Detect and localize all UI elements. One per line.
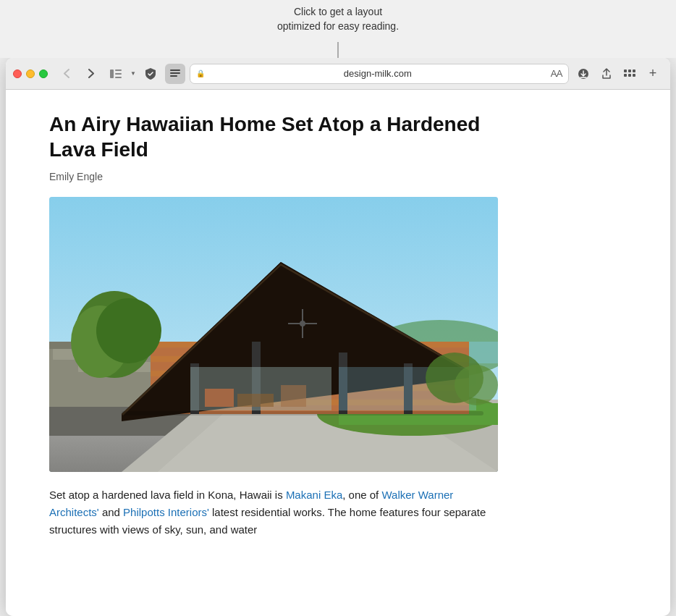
svg-rect-10 xyxy=(633,69,635,72)
lock-icon: 🔒 xyxy=(196,69,205,77)
svg-rect-53 xyxy=(205,389,234,407)
reader-icon xyxy=(170,69,180,78)
download-button[interactable] xyxy=(573,64,593,84)
svg-rect-55 xyxy=(281,385,306,407)
back-icon xyxy=(64,69,69,78)
house-illustration xyxy=(49,197,498,472)
sidebar-chevron-icon: ▼ xyxy=(130,70,136,77)
body-text-1: Set atop a hardened lava field in Kona, … xyxy=(49,489,286,501)
sidebar-icon xyxy=(110,69,122,78)
article-author: Emily Engle xyxy=(49,171,627,182)
svg-rect-5 xyxy=(170,72,180,74)
article-body: Set atop a hardened lava field in Kona, … xyxy=(49,486,498,539)
new-tab-button[interactable]: + xyxy=(643,64,663,84)
svg-point-59 xyxy=(96,298,161,363)
toolbar-right: + xyxy=(573,64,663,84)
article-title: An Airy Hawaiian Home Set Atop a Hardene… xyxy=(49,111,498,162)
svg-rect-9 xyxy=(628,69,631,72)
share-button[interactable] xyxy=(596,64,617,84)
new-tab-icon: + xyxy=(649,66,657,81)
tooltip-pointer-line xyxy=(338,42,339,58)
svg-rect-13 xyxy=(633,74,635,77)
tooltip-callout: Click to get a layout optimized for easy… xyxy=(0,0,676,58)
traffic-lights xyxy=(13,69,48,78)
shield-icon xyxy=(145,68,156,80)
svg-rect-2 xyxy=(115,73,122,75)
svg-rect-0 xyxy=(110,69,114,78)
maximize-button[interactable] xyxy=(39,69,48,78)
address-bar[interactable]: 🔒 design-milk.com AA xyxy=(190,64,569,84)
text-size-button[interactable]: AA xyxy=(551,68,562,79)
sidebar-toggle-button[interactable] xyxy=(106,64,126,84)
svg-rect-19 xyxy=(53,349,75,360)
minimize-button[interactable] xyxy=(26,69,35,78)
close-button[interactable] xyxy=(13,69,22,78)
back-button[interactable] xyxy=(56,64,77,84)
svg-rect-11 xyxy=(624,74,627,77)
svg-rect-8 xyxy=(624,69,627,72)
svg-rect-4 xyxy=(170,69,180,71)
tab-overview-button[interactable] xyxy=(620,64,640,84)
body-text-2: , one of xyxy=(342,489,381,501)
share-icon xyxy=(601,68,612,80)
title-bar: ▼ 🔒 design-milk.com AA xyxy=(6,58,670,90)
forward-button[interactable] xyxy=(81,64,101,84)
link-makani-eka[interactable]: Makani Eka xyxy=(286,489,342,501)
content-blocker-button[interactable] xyxy=(140,64,161,84)
reader-mode-button[interactable] xyxy=(165,64,185,84)
body-text-3: and xyxy=(99,506,123,518)
svg-rect-3 xyxy=(115,77,122,78)
download-icon xyxy=(578,68,588,80)
tooltip-text: Click to get a layout optimized for easy… xyxy=(277,4,399,34)
svg-rect-12 xyxy=(628,74,631,77)
svg-rect-6 xyxy=(170,75,177,77)
svg-rect-65 xyxy=(122,411,483,415)
svg-point-61 xyxy=(455,365,498,405)
link-philpotts[interactable]: Philpotts Interiors' xyxy=(123,506,209,518)
tabs-icon xyxy=(624,69,635,78)
article-image xyxy=(49,197,498,472)
browser-window: ▼ 🔒 design-milk.com AA xyxy=(6,58,670,616)
forward-icon xyxy=(88,69,94,78)
svg-rect-54 xyxy=(237,394,274,407)
svg-rect-1 xyxy=(115,69,122,71)
url-text: design-milk.com xyxy=(208,68,548,79)
content-area: An Airy Hawaiian Home Set Atop a Hardene… xyxy=(6,90,670,616)
svg-rect-23 xyxy=(56,362,75,372)
